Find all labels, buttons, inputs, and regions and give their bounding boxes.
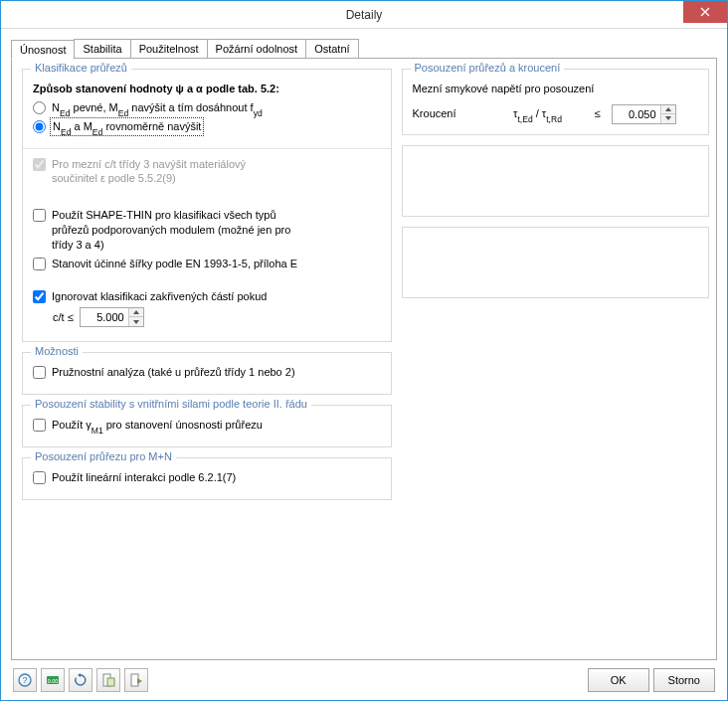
- svg-rect-5: [107, 678, 114, 686]
- svg-rect-6: [131, 674, 138, 686]
- radio-label-1: NEd pevné, MEd navýšit a tím dosáhnout f…: [52, 100, 263, 115]
- torsion-input[interactable]: [613, 106, 660, 122]
- chk-row-pruznostni: Pružnostní analýza (také u průřezů třídy…: [33, 365, 381, 380]
- chk-gamma-label: Použít γM1 pro stanovení únosnosti průře…: [52, 418, 263, 433]
- ct-spin-down[interactable]: [129, 317, 143, 326]
- torsion-label: Kroucení: [413, 106, 492, 121]
- close-button[interactable]: [683, 1, 727, 23]
- radio-label-2: NEd a MEd rovnoměrně navýšit: [52, 119, 202, 134]
- tab-stabilita[interactable]: Stabilita: [74, 39, 130, 59]
- group-title: Posouzení průřezů a kroucení: [411, 62, 565, 74]
- tabpanel-unosnost: Klasifikace průřezů Způsob stanovení hod…: [11, 58, 717, 660]
- ct-row: c/t ≤: [53, 307, 381, 327]
- units-icon: 0.00: [46, 673, 60, 687]
- chk-elastic-label: Pružnostní analýza (také u průřezů třídy…: [52, 365, 295, 380]
- chk-ignore-curved[interactable]: [33, 290, 46, 303]
- tab-pouzitelnost[interactable]: Použitelnost: [130, 39, 208, 59]
- ct-input[interactable]: [81, 309, 128, 325]
- chk-row-ignore: Ignorovat klasifikaci zakřivených částí …: [33, 289, 381, 304]
- radio-ned-fixed[interactable]: [33, 101, 46, 114]
- group-torsion: Posouzení průřezů a kroucení Mezní smyko…: [402, 69, 710, 135]
- reset-button[interactable]: [69, 668, 92, 692]
- torsion-le: ≤: [584, 106, 612, 121]
- group-empty-1: [402, 145, 710, 217]
- group-title: Posouzení průřezu pro M+N: [31, 450, 176, 462]
- radio-ned-med-uniform[interactable]: [33, 120, 46, 133]
- tabbar: Únosnost Stabilita Použitelnost Požární …: [11, 39, 717, 59]
- group-mn: Posouzení průřezu pro M+N Použít lineárn…: [22, 457, 392, 500]
- chk-row-shape: Použít SHAPE-THIN pro klasifikaci všech …: [33, 208, 381, 253]
- dialog-body: Únosnost Stabilita Použitelnost Požární …: [1, 29, 727, 700]
- radio-row-1: NEd pevné, MEd navýšit a tím dosáhnout f…: [33, 100, 381, 115]
- chk-linear-interaction[interactable]: [33, 471, 46, 484]
- chk-ignore-label: Ignorovat klasifikaci zakřivených částí …: [52, 289, 267, 304]
- chk-shape-thin[interactable]: [33, 209, 46, 222]
- left-column: Klasifikace průřezů Způsob stanovení hod…: [22, 69, 392, 649]
- chk-material-factor: [33, 158, 46, 171]
- chk-linear-label: Použít lineární interakci podle 6.2.1(7): [52, 470, 236, 485]
- help-icon: ?: [18, 673, 32, 687]
- group-title: Klasifikace průřezů: [31, 62, 131, 74]
- group-stability-ii: Posouzení stability s vnitřními silami p…: [22, 405, 392, 447]
- torsion-subtitle: Mezní smykové napětí pro posouzení: [413, 82, 595, 96]
- heading-zpusob: Způsob stanovení hodnoty ψ a α podle tab…: [33, 82, 279, 96]
- ct-spinner: [80, 307, 144, 327]
- tab-ostatni[interactable]: Ostatní: [305, 39, 358, 59]
- help-button[interactable]: ?: [13, 668, 37, 692]
- right-column: Posouzení průřezů a kroucení Mezní smyko…: [402, 69, 710, 649]
- default-button-1[interactable]: [96, 668, 120, 692]
- ct-spin-up[interactable]: [129, 308, 143, 317]
- radio-row-2: NEd a MEd rovnoměrně navýšit: [33, 119, 381, 134]
- default-button-2[interactable]: [124, 668, 148, 692]
- torsion-spinner: [612, 104, 676, 124]
- group-klasifikace: Klasifikace průřezů Způsob stanovení hod…: [22, 69, 392, 342]
- tab-pozarni[interactable]: Požární odolnost: [207, 39, 307, 59]
- group-title: Možnosti: [31, 345, 83, 357]
- chk-shape-label: Použít SHAPE-THIN pro klasifikaci všech …: [52, 208, 290, 253]
- torsion-spin-down[interactable]: [661, 114, 675, 123]
- chk-effective-widths[interactable]: [33, 258, 46, 270]
- torsion-ratio: τt,Ed / τt,Rd: [492, 106, 584, 121]
- ok-button[interactable]: OK: [588, 668, 649, 692]
- page-icon: [101, 673, 115, 687]
- group-title: Posouzení stability s vnitřními silami p…: [31, 398, 311, 410]
- chk-row-effwidth: Stanovit účinné šířky podle EN 1993-1-5,…: [33, 257, 381, 271]
- titlebar: Detaily: [1, 1, 727, 29]
- chk-row-linear-int: Použít lineární interakci podle 6.2.1(7): [33, 470, 381, 485]
- page-arrow-icon: [129, 673, 143, 687]
- group-empty-2: [402, 227, 710, 298]
- torsion-spin-up[interactable]: [661, 105, 675, 114]
- chk-row-gamma: Použít γM1 pro stanovení únosnosti průře…: [33, 418, 381, 433]
- chk-row-material: Pro mezní c/t třídy 3 navýšit materiálov…: [33, 157, 381, 187]
- chk-material-label: Pro mezní c/t třídy 3 navýšit materiálov…: [52, 157, 246, 187]
- svg-text:?: ?: [22, 675, 27, 685]
- chk-elastic-analysis[interactable]: [33, 366, 46, 379]
- chk-effwidth-label: Stanovit účinné šířky podle EN 1993-1-5,…: [52, 257, 297, 271]
- cancel-button[interactable]: Storno: [653, 668, 715, 692]
- buttonbar: ? 0.00 OK Storno: [11, 660, 717, 694]
- chk-gamma-m1[interactable]: [33, 419, 46, 432]
- dialog-window: Detaily Únosnost Stabilita Použitelnost …: [0, 0, 728, 701]
- torsion-row: Kroucení τt,Ed / τt,Rd ≤: [413, 104, 699, 124]
- window-title: Detaily: [346, 8, 383, 22]
- ct-label: c/t ≤: [53, 307, 74, 325]
- tab-unosnost[interactable]: Únosnost: [11, 40, 75, 60]
- group-moznosti: Možnosti Pružnostní analýza (také u průř…: [22, 352, 392, 395]
- reset-icon: [74, 673, 88, 687]
- svg-text:0.00: 0.00: [48, 678, 59, 684]
- units-button[interactable]: 0.00: [41, 668, 65, 692]
- close-icon: [700, 7, 710, 17]
